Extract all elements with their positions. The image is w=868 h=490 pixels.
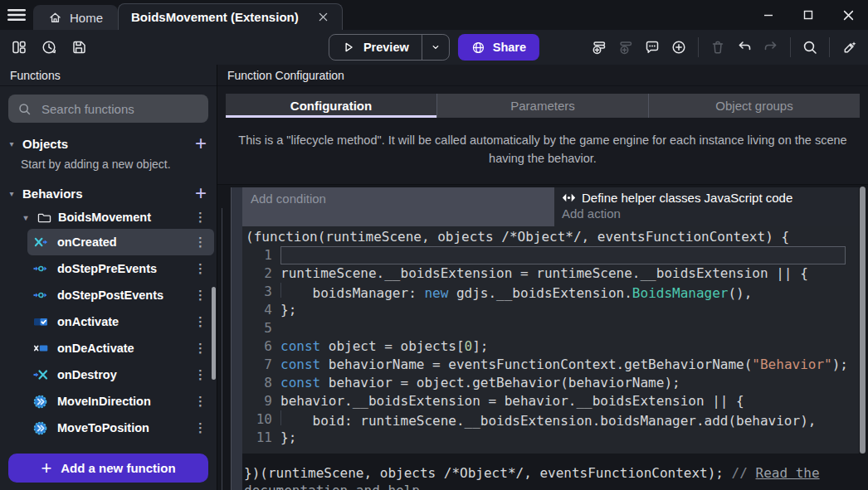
line-number: 8 <box>242 374 272 392</box>
close-tab-icon[interactable] <box>317 11 329 23</box>
save-icon[interactable] <box>66 35 91 60</box>
sidebar-scrollbar[interactable] <box>212 287 216 380</box>
add-event-icon[interactable] <box>587 35 612 60</box>
add-function-label: Add a new function <box>61 461 175 475</box>
minimize-button[interactable] <box>749 0 788 30</box>
line-number: 11 <box>242 429 272 447</box>
lifecycle-description: This is a "lifecycle method". It will be… <box>217 118 868 184</box>
js-code-event-icon <box>562 193 576 202</box>
events-scrollbar[interactable] <box>860 187 866 454</box>
function-item-doStepPostEvents[interactable]: doStepPostEvents⋮ <box>27 282 214 308</box>
code-line-3: 3boidsManager: new gdjs.__boidsExtension… <box>242 283 859 301</box>
folder-icon <box>37 211 51 224</box>
tab-boidsmovement-extension[interactable]: BoidsMovement (Extension) <box>118 3 343 30</box>
folder-menu-button[interactable]: ⋮ <box>193 210 208 225</box>
add-action-button[interactable]: Add action <box>554 206 859 221</box>
hamburger-icon <box>7 8 26 22</box>
projects-list-icon[interactable] <box>7 35 32 60</box>
line-number: 6 <box>242 337 272 356</box>
tab-label: Parameters <box>510 99 575 113</box>
tab-label: Object groups <box>715 99 792 113</box>
add-new-function-button[interactable]: + Add a new function <box>8 454 208 483</box>
tab-active-label: BoidsMovement (Extension) <box>131 10 299 24</box>
add-behavior-button[interactable]: + <box>195 185 207 201</box>
add-condition-button[interactable]: Add condition <box>242 187 554 226</box>
main-menu-button[interactable] <box>0 0 33 30</box>
toolbar-divider <box>829 37 830 57</box>
function-label: onDeActivate <box>57 342 134 355</box>
add-other-event-icon[interactable] <box>666 35 691 60</box>
function-label: onCreated <box>57 235 117 249</box>
line-number: 9 <box>242 392 272 410</box>
code-line-8: 8const behavior = object.getBehavior(beh… <box>242 374 859 392</box>
function-item-MoveToPosition[interactable]: MoveToPosition⋮ <box>27 415 214 441</box>
code-footer-comment: // <box>732 465 756 481</box>
indent-guide <box>280 410 313 425</box>
function-menu-button[interactable]: ⋮ <box>193 394 208 409</box>
line-number: 10 <box>242 410 272 429</box>
tab-configuration[interactable]: Configuration <box>226 94 436 118</box>
function-item-onActivate[interactable]: onActivate⋮ <box>27 308 214 335</box>
preview-options-button[interactable] <box>422 35 449 60</box>
code-line-4: 4}; <box>242 301 859 319</box>
preview-label: Preview <box>363 41 409 54</box>
line-number: 4 <box>242 301 272 319</box>
step-icon <box>33 262 49 275</box>
function-menu-button[interactable]: ⋮ <box>193 367 208 382</box>
js-code-editor[interactable]: (function(runtimeScene, objects /*Object… <box>242 226 859 454</box>
add-object-button[interactable]: + <box>195 135 207 152</box>
code-line-6: 6const object = objects[0]; <box>242 337 859 356</box>
preview-button[interactable]: Preview <box>329 35 422 60</box>
edit-extension-icon[interactable] <box>836 35 861 60</box>
function-item-doStepPreEvents[interactable]: doStepPreEvents⋮ <box>27 255 214 282</box>
caret-down-icon: ▾ <box>7 139 17 148</box>
section-behaviors[interactable]: ▾ Behaviors + <box>0 181 217 206</box>
function-item-MoveInDirection[interactable]: MoveInDirection⋮ <box>27 388 214 415</box>
delete-icon[interactable] <box>705 35 730 60</box>
function-menu-button[interactable]: ⋮ <box>193 341 208 356</box>
undo-icon[interactable] <box>732 35 757 60</box>
add-comment-icon[interactable] <box>640 35 665 60</box>
function-item-onCreated[interactable]: onCreated⋮ <box>27 229 214 255</box>
code-text: const object = objects[0]; <box>280 337 846 356</box>
add-subevent-icon[interactable] <box>613 35 638 60</box>
function-item-onDestroy[interactable]: onDestroy⋮ <box>27 361 214 388</box>
line-number: 1 <box>242 246 272 264</box>
close-window-button[interactable] <box>828 0 868 30</box>
tab-home-label: Home <box>70 11 103 25</box>
function-menu-button[interactable]: ⋮ <box>193 420 208 435</box>
history-icon[interactable] <box>37 35 61 60</box>
function-menu-button[interactable]: ⋮ <box>193 314 208 329</box>
gear-icon <box>33 421 49 435</box>
shuffle-icon <box>33 235 49 249</box>
tab-object-groups[interactable]: Object groups <box>648 94 860 118</box>
line-number: 3 <box>242 283 272 301</box>
maximize-button[interactable] <box>788 0 828 30</box>
function-menu-button[interactable]: ⋮ <box>193 261 208 276</box>
tab-parameters[interactable]: Parameters <box>436 94 648 118</box>
function-menu-button[interactable]: ⋮ <box>193 235 208 250</box>
section-objects[interactable]: ▾ Objects + <box>0 131 217 156</box>
event-selection-rail[interactable] <box>231 187 242 490</box>
code-lines: 12runtimeScene.__boidsExtension = runtim… <box>242 246 859 447</box>
code-line-2: 2runtimeScene.__boidsExtension = runtime… <box>242 264 859 283</box>
search-functions-box[interactable] <box>8 95 208 123</box>
tab-home[interactable]: Home <box>33 5 118 30</box>
function-label: doStepPreEvents <box>57 262 157 275</box>
code-text <box>280 319 846 337</box>
function-configuration-panel: Function Configuration Configuration Par… <box>217 65 868 490</box>
code-text: }; <box>280 429 846 447</box>
indent-guide <box>280 283 313 298</box>
share-button[interactable]: Share <box>458 34 539 61</box>
window-controls <box>749 0 868 30</box>
behavior-folder-boidsmovement[interactable]: ▾ BoidsMovement ⋮ <box>0 206 217 229</box>
search-functions-input[interactable] <box>40 101 199 117</box>
redo-icon[interactable] <box>758 35 783 60</box>
objects-label: Objects <box>22 137 68 151</box>
function-menu-button[interactable]: ⋮ <box>193 288 208 303</box>
js-event-title[interactable]: Define helper classes JavaScript code <box>554 187 859 206</box>
search-icon[interactable] <box>797 35 822 60</box>
toolbar-divider <box>790 37 791 57</box>
globe-icon <box>471 41 485 55</box>
function-item-onDeActivate[interactable]: onDeActivate⋮ <box>27 335 214 361</box>
